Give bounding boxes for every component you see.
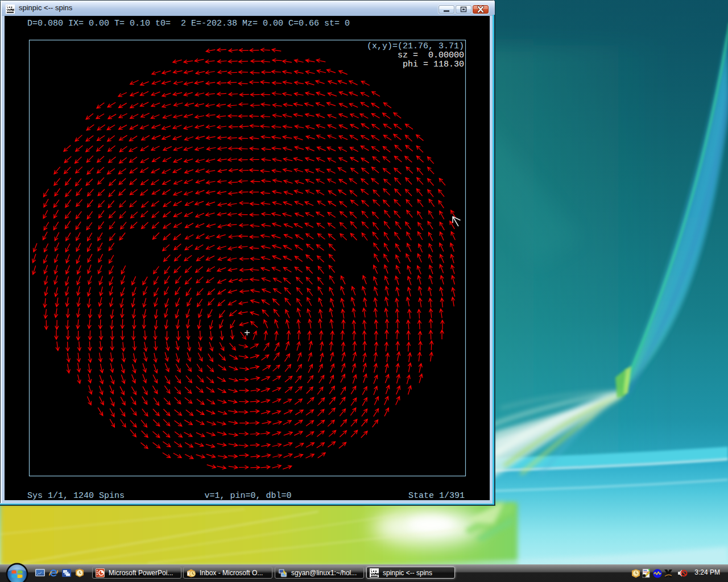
- svg-text:D=0.080 IX= 0.00 T= 0.10 t0=: D=0.080 IX= 0.00 T= 0.10 t0= 2 E=-202.38…: [27, 19, 350, 28]
- svg-text:sz = 0.00000: sz = 0.00000: [398, 51, 464, 60]
- svg-text:State 1/391: State 1/391: [408, 491, 465, 500]
- svg-text:Sys 1/1, 1240 Spins: Sys 1/1, 1240 Spins: [27, 491, 125, 500]
- svg-text:v=1, pin=0, dbl=0: v=1, pin=0, dbl=0: [204, 491, 291, 500]
- svg-text:(x,y)=(21.76, 3.71): (x,y)=(21.76, 3.71): [367, 41, 464, 51]
- svg-text:phi = 118.30: phi = 118.30: [403, 60, 464, 69]
